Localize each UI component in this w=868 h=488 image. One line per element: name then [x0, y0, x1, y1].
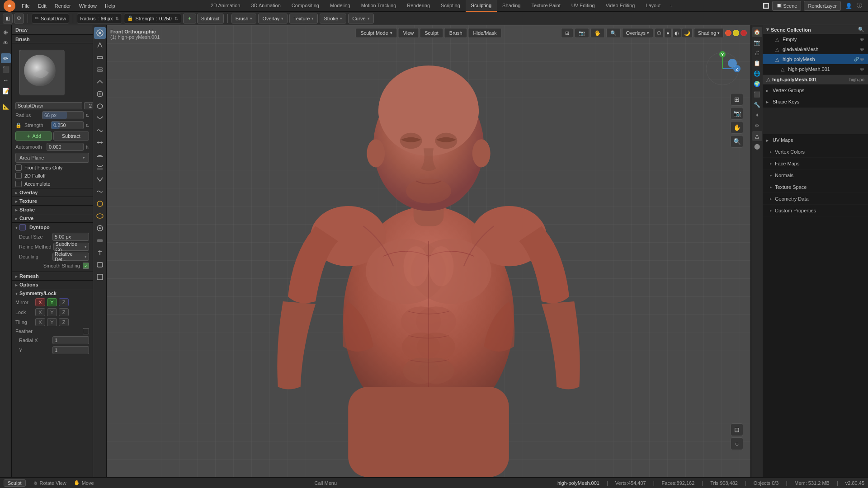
add-direction-btn[interactable]: ＋ [183, 14, 196, 23]
sculpt-elastic-grab-tool[interactable] [94, 210, 106, 222]
scene-selector[interactable]: 🔲 Scene [772, 1, 801, 11]
vertex-groups-header[interactable]: ▸ Vertex Groups [763, 85, 868, 96]
sculpt-crease-tool[interactable] [94, 113, 106, 124]
mirror-z-btn[interactable]: Z [59, 298, 69, 306]
sculpt-draw-tool[interactable] [94, 27, 106, 39]
blender-logo[interactable] [4, 0, 15, 12]
radial-y-value[interactable]: 1 [52, 346, 89, 354]
dyntopo-checkbox[interactable] [19, 224, 26, 230]
mirror-x-btn[interactable]: X [35, 298, 45, 306]
tool-view[interactable]: 👁 [1, 38, 11, 48]
tool-transform[interactable]: ↔ [1, 75, 11, 85]
vp-flip-icon[interactable]: ⊟ [731, 423, 743, 436]
sculpt-snake-hook-tool[interactable] [94, 222, 106, 234]
prop-material-icon[interactable]: ⬤ [752, 141, 762, 151]
overlay-dropdown[interactable]: Overlay [258, 14, 288, 23]
geometry-data-item[interactable]: ▸ Geometry Data [763, 193, 868, 205]
custom-props-item[interactable]: ▸ Custom Properties [763, 205, 868, 216]
mirror-y-btn[interactable]: Y [47, 298, 57, 306]
prop-physics-icon[interactable]: ⚙ [752, 121, 762, 131]
curve-section-header[interactable]: Curve [12, 214, 93, 222]
tab-compositing[interactable]: Compositing [286, 0, 325, 12]
sculpt-scrape-tool[interactable] [94, 161, 106, 173]
sculpt-inflate-tool[interactable] [94, 88, 106, 100]
prop-world-icon[interactable]: 🌍 [752, 79, 762, 89]
overlay-section-header[interactable]: Overlay [12, 188, 93, 197]
sculpt-fill-tool[interactable] [94, 149, 106, 161]
empty-visibility-icon[interactable]: 👁 [860, 37, 864, 42]
user-icon[interactable]: 👤 [844, 1, 854, 11]
symmetry-section-header[interactable]: Symmetry/Lock [12, 289, 93, 297]
feather-checkbox[interactable] [83, 328, 89, 334]
2d-falloff-checkbox[interactable] [15, 173, 22, 179]
prop-scene-icon[interactable]: 🏠 [752, 27, 762, 37]
overlays-btn[interactable]: Overlays [622, 28, 653, 38]
tiling-x-btn[interactable]: X [35, 318, 45, 326]
stroke-section-header[interactable]: Stroke [12, 205, 93, 214]
strength-lock-icon[interactable]: 🔒 [15, 122, 22, 128]
tab-2d-animation[interactable]: 2D Animation [205, 0, 245, 12]
view-menu-btn[interactable]: View [398, 28, 419, 38]
sculpt-clay-tool[interactable] [94, 52, 106, 63]
toggle-sidebar-btn[interactable]: ◧ [3, 14, 13, 23]
material-shade-btn[interactable]: ◐ [672, 28, 681, 38]
hidemask-menu-btn[interactable]: Hide/Mask [468, 28, 502, 38]
info-icon[interactable]: ⓘ [854, 1, 864, 11]
tab-layout[interactable]: Layout [640, 0, 666, 12]
sculpt-smooth-tool[interactable] [94, 125, 106, 136]
sculpt-box-mask-tool[interactable] [94, 271, 106, 283]
radius-field[interactable]: Radius: 66 px ⇅ [77, 14, 122, 23]
sculpt-draw-sharp-tool[interactable] [94, 39, 106, 51]
tab-motion-tracking[interactable]: Motion Tracking [356, 0, 402, 12]
vp-pan-icon[interactable]: ✋ [731, 121, 743, 134]
lock-y-btn[interactable]: Y [47, 308, 57, 316]
tab-shading[interactable]: Shading [497, 0, 526, 12]
menu-help[interactable]: Help [101, 3, 119, 9]
lock-z-btn[interactable]: Z [59, 308, 69, 316]
prop-scene2-icon[interactable]: 🌐 [752, 69, 762, 79]
radius-arrows-btn[interactable]: ⇅ [85, 113, 89, 118]
solid-shade-btn[interactable]: ● [664, 28, 672, 38]
sculpt-grab-tool[interactable] [94, 198, 106, 210]
highpoly-visibility-icon[interactable]: 👁 [860, 57, 864, 62]
tab-modeling[interactable]: Modeling [325, 0, 356, 12]
brush-num-input[interactable] [84, 102, 93, 109]
tab-scripting[interactable]: Scripting [435, 0, 466, 12]
texture-dropdown[interactable]: Texture [289, 14, 318, 23]
vp-grid-view-icon[interactable]: ⊞ [731, 93, 743, 106]
vp-zoom-icon[interactable]: 🔍 [731, 135, 743, 148]
menu-render[interactable]: Render [51, 3, 75, 9]
tool-cursor[interactable]: ⊕ [1, 27, 11, 37]
tab-uv-editing[interactable]: UV Editing [566, 0, 600, 12]
sculpt-mode-btn[interactable]: Sculpt Mode [355, 28, 397, 38]
uv-maps-header[interactable]: ▸ UV Maps [763, 135, 868, 145]
tab-rendering[interactable]: Rendering [401, 0, 435, 12]
sculpt-pose-tool[interactable] [94, 247, 106, 258]
sculpt-blob-tool[interactable] [94, 100, 106, 112]
brush-dropdown[interactable]: Brush [231, 14, 257, 23]
vp-camera-view-icon[interactable]: 📷 [731, 107, 743, 120]
render-shade-btn[interactable]: 🌙 [682, 28, 693, 38]
prop-modifier-icon[interactable]: 🔧 [752, 100, 762, 110]
smooth-shading-checkbox[interactable]: ✓ [83, 263, 89, 269]
accumulate-checkbox[interactable] [15, 181, 22, 187]
detail-size-value[interactable]: 5.00 px [52, 233, 89, 241]
curve-dropdown[interactable]: Curve [348, 14, 373, 23]
options-section-header[interactable]: Options [12, 280, 93, 289]
sculpt-mask-tool[interactable] [94, 259, 106, 271]
stroke-dropdown[interactable]: Stroke [320, 14, 346, 23]
active-tool-field[interactable]: ✏ SculptDraw [32, 14, 69, 23]
autosmooth-value[interactable]: 0.000 [47, 143, 84, 151]
tab-video-editing[interactable]: Video Editing [600, 0, 641, 12]
menu-window[interactable]: Window [75, 3, 100, 9]
tiling-z-btn[interactable]: Z [59, 318, 69, 326]
vp-grid-btn[interactable]: ⊞ [561, 28, 573, 38]
wireframe-shade-btn[interactable]: ⬡ [655, 28, 664, 38]
tab-3d-animation[interactable]: 3D Animation [245, 0, 286, 12]
add-btn[interactable]: ＋ Add [15, 131, 52, 141]
texture-section-header[interactable]: Texture [12, 197, 93, 205]
front-faces-checkbox[interactable] [15, 164, 22, 171]
refine-method-dropdown[interactable]: Subdivide Co... [53, 243, 89, 251]
strength-panel-value[interactable]: 0.250 [51, 121, 84, 129]
shape-keys-header[interactable]: ▸ Shape Keys [763, 96, 868, 107]
